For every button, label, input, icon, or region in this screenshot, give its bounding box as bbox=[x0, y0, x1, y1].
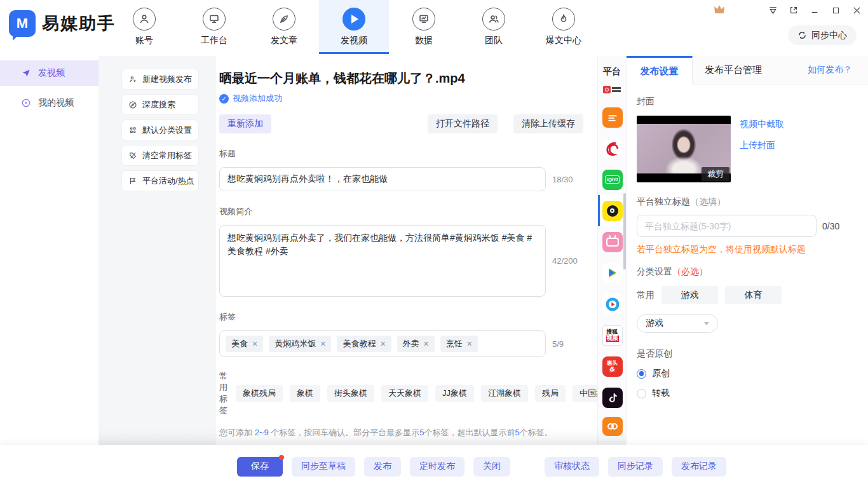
category-select[interactable]: 游戏 bbox=[637, 314, 718, 333]
tags-hint-text: 您可添加 2~9 个标签，按回车确认。部分平台最多显示5个标签，超出默认显示前5… bbox=[219, 427, 597, 438]
upload-cover-link[interactable]: 上传封面 bbox=[740, 140, 784, 151]
category-option-sports[interactable]: 体育 bbox=[725, 286, 782, 304]
independent-title-counter: 0/30 bbox=[822, 221, 839, 231]
sync-records-button[interactable]: 同步记录 bbox=[608, 457, 663, 477]
flame-icon bbox=[552, 8, 575, 30]
platform-rail-title: 平台 bbox=[598, 66, 626, 78]
platform-tencent-video-logo[interactable] bbox=[598, 257, 627, 288]
left-sidebar: 发视频 我的视频 bbox=[0, 56, 98, 445]
common-tag-button[interactable]: 中国象棋 bbox=[573, 385, 597, 402]
platform-blue-play-logo[interactable] bbox=[598, 288, 627, 320]
settings-tabs: 发布设置 发布平台管理 如何发布？ bbox=[627, 56, 868, 85]
publish-form: 晒最近一个月账单，钱都花在哪儿了？.mp4 ✓ 视频添加成功 重新添加 打开文件… bbox=[216, 56, 597, 445]
capture-from-video-link[interactable]: 视频中截取 bbox=[740, 119, 784, 130]
common-tag-button[interactable]: JJ象棋 bbox=[435, 385, 474, 402]
sidebar-item-my-videos[interactable]: 我的视频 bbox=[0, 90, 98, 116]
publish-button[interactable]: 发布 bbox=[364, 457, 401, 477]
crop-button[interactable]: 裁剪 bbox=[702, 167, 729, 181]
upload-status: ✓ 视频添加成功 bbox=[219, 93, 597, 104]
tools-panel: 新建视频发布 深度搜索 默认分类设置 清空常用标签 平台活动/热点 bbox=[98, 56, 216, 445]
platform-orange-video-logo[interactable] bbox=[598, 413, 627, 437]
cover-image bbox=[637, 124, 731, 173]
orange-video-icon bbox=[602, 417, 623, 436]
nav-item-hot-center[interactable]: 爆文中心 bbox=[529, 0, 599, 54]
remove-tag-icon[interactable]: × bbox=[252, 339, 257, 348]
orange-media-icon bbox=[602, 107, 623, 128]
platform-bilibili-logo[interactable] bbox=[598, 226, 627, 257]
nav-item-data[interactable]: 数据 bbox=[389, 0, 459, 54]
platform-rail: 平台 iQIYI bbox=[597, 56, 626, 445]
tag-chip: 黄焖鸡米饭 × bbox=[269, 336, 331, 352]
publish-records-button[interactable]: 发布记录 bbox=[672, 457, 726, 477]
grid-icon bbox=[128, 126, 137, 135]
common-tag-button[interactable]: 象棋 bbox=[290, 385, 320, 402]
check-success-icon: ✓ bbox=[219, 94, 229, 104]
hide-to-tray-icon[interactable] bbox=[768, 5, 778, 15]
chart-icon bbox=[412, 8, 435, 30]
common-tag-button[interactable]: 残局 bbox=[535, 385, 566, 402]
common-tag-button[interactable]: 象棋残局 bbox=[236, 385, 283, 402]
tab-publish-settings[interactable]: 发布设置 bbox=[627, 56, 693, 85]
close-icon[interactable] bbox=[851, 5, 862, 15]
tags-input[interactable]: 美食 × 黄焖鸡米饭 × 美食教程 × 外卖 × bbox=[219, 330, 546, 357]
blue-play-icon bbox=[602, 294, 623, 315]
nav-item-publish-article[interactable]: 发文章 bbox=[249, 0, 319, 54]
vip-crown-icon[interactable] bbox=[714, 5, 724, 13]
common-tag-button[interactable]: 街头象棋 bbox=[327, 385, 374, 402]
default-category-settings-button[interactable]: 默认分类设置 bbox=[122, 120, 198, 140]
description-textarea[interactable] bbox=[219, 225, 546, 297]
tag-chip: 外卖 × bbox=[397, 336, 435, 352]
platform-douyin-logo[interactable] bbox=[598, 382, 627, 413]
tab-platform-management[interactable]: 发布平台管理 bbox=[693, 56, 774, 84]
nav-item-account[interactable]: 账号 bbox=[109, 0, 179, 54]
new-video-publish-button[interactable]: 新建视频发布 bbox=[122, 69, 198, 89]
maximize-icon[interactable] bbox=[831, 5, 841, 15]
tag-chip: 烹饪 × bbox=[440, 336, 478, 352]
deep-search-button[interactable]: 深度搜索 bbox=[122, 95, 198, 114]
nav-item-workbench[interactable]: 工作台 bbox=[179, 0, 249, 54]
remove-tag-icon[interactable]: × bbox=[320, 339, 325, 348]
platform-red-news-logo[interactable] bbox=[598, 78, 627, 102]
save-button[interactable]: 保存 bbox=[237, 457, 283, 477]
open-file-path-button[interactable]: 打开文件路径 bbox=[428, 114, 498, 133]
independent-title-input[interactable] bbox=[637, 215, 817, 237]
sidebar-item-publish-video[interactable]: 发视频 bbox=[0, 60, 98, 86]
compass-icon bbox=[128, 100, 137, 109]
platform-yellow-camera-logo[interactable] bbox=[598, 195, 627, 226]
scheduled-publish-button[interactable]: 定时发布 bbox=[410, 457, 465, 477]
readd-video-button[interactable]: 重新添加 bbox=[219, 114, 271, 133]
remove-tag-icon[interactable]: × bbox=[467, 339, 472, 348]
send-icon bbox=[21, 68, 31, 78]
radio-original[interactable]: 原创 bbox=[637, 368, 858, 379]
remove-tag-icon[interactable]: × bbox=[424, 339, 429, 348]
how-to-publish-link[interactable]: 如何发布？ bbox=[808, 56, 868, 84]
sync-center-button[interactable]: 同步中心 bbox=[788, 25, 857, 45]
nav-item-publish-video[interactable]: 发视频 bbox=[319, 0, 389, 54]
platform-orange-media-logo[interactable] bbox=[598, 102, 627, 133]
platform-sohu-video-logo[interactable]: 搜狐 视频 bbox=[598, 320, 627, 351]
user-icon bbox=[133, 8, 156, 30]
platform-huitoutiao-logo[interactable]: 惠头条 bbox=[598, 351, 627, 382]
clear-common-tags-button[interactable]: 清空常用标签 bbox=[122, 146, 198, 165]
minimize-icon[interactable] bbox=[810, 5, 820, 15]
cover-thumbnail[interactable]: 裁剪 bbox=[637, 116, 731, 182]
nav-item-team[interactable]: 团队 bbox=[459, 0, 529, 54]
pop-out-icon[interactable] bbox=[789, 5, 799, 15]
description-counter: 42/200 bbox=[552, 256, 578, 266]
douyin-icon bbox=[602, 388, 623, 408]
top-nav: 账号 工作台 发文章 发视频 数据 团队 bbox=[109, 0, 599, 56]
common-tags-row: 常用标签 象棋残局 象棋 街头象棋 天天象棋 JJ象棋 江湖象棋 残局 中国象棋 bbox=[219, 370, 588, 416]
platform-activity-hotspot-button[interactable]: 平台活动/热点 bbox=[122, 171, 198, 191]
title-input[interactable] bbox=[219, 167, 546, 191]
category-option-game[interactable]: 游戏 bbox=[661, 286, 718, 304]
platform-iqiyi-logo[interactable]: iQIYI bbox=[598, 164, 627, 195]
clear-upload-cache-button[interactable]: 清除上传缓存 bbox=[513, 114, 583, 133]
remove-tag-icon[interactable]: × bbox=[380, 339, 385, 348]
radio-repost[interactable]: 转载 bbox=[637, 388, 858, 399]
sync-to-draft-button[interactable]: 同步至草稿 bbox=[292, 457, 355, 477]
review-status-button[interactable]: 审核状态 bbox=[545, 457, 599, 477]
close-button[interactable]: 关闭 bbox=[473, 457, 510, 477]
common-tag-button[interactable]: 天天象棋 bbox=[381, 385, 428, 402]
platform-phoenix-logo[interactable] bbox=[598, 133, 627, 164]
common-tag-button[interactable]: 江湖象棋 bbox=[481, 385, 528, 402]
